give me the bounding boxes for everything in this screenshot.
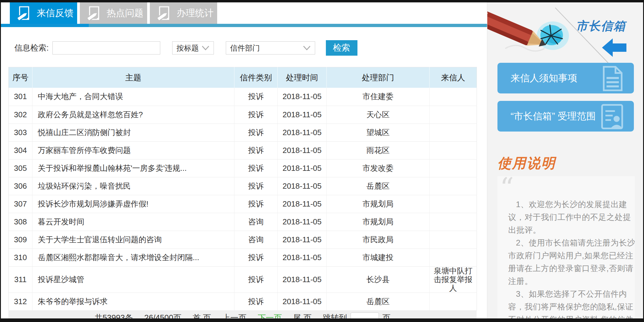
document-pencil-icon (18, 6, 31, 20)
cell-serial: 311 (9, 266, 32, 293)
cell-date: 2018-11-05 (278, 266, 327, 293)
cell-subject[interactable]: 悦禧山庄二区消防侧门被封 (32, 124, 234, 141)
cell-type: 投诉 (234, 266, 278, 293)
cell-type: 投诉 (234, 159, 278, 177)
cell-sender (430, 159, 477, 177)
jump-page-input[interactable] (351, 312, 379, 318)
cell-dept: 天心区 (327, 106, 430, 124)
cell-dept: 岳麓区 (327, 177, 430, 195)
cell-dept: 雨花区 (327, 141, 430, 159)
cell-type: 投诉 (234, 88, 278, 106)
cell-date: 2018-11-05 (278, 293, 327, 310)
table-row: 310 岳麓区湘熙水郡郡噪音大，请求增设全封闭隔... 投诉 2018-11-0… (9, 248, 477, 266)
tab-bar: 来信反馈 热点问题 (1, 2, 487, 24)
main-panel: 来信反馈 热点问题 (1, 2, 487, 318)
table-row: 302 政府公务员就是这样忽悠百姓? 投诉 2018-11-05 天心区 (9, 106, 477, 124)
header-sender: 来信人 (430, 67, 477, 88)
tab-label: 来信反馈 (37, 7, 74, 19)
header-type: 信件类别 (234, 67, 278, 88)
table-row: 307 投诉长沙市规划局涉嫌弄虚作假! 投诉 2018-11-05 市规划局 (9, 195, 477, 213)
cell-subject[interactable]: 关于大学生士官退伍转业问题的咨询 (32, 231, 234, 248)
document-lines-icon (598, 65, 626, 93)
header-dept: 处理部门 (327, 67, 430, 88)
next-page-link[interactable]: 下一页 (258, 312, 282, 318)
table-row: 305 关于投诉和举报麓山翰林苑'一房多卖'违规... 投诉 2018-11-0… (9, 159, 477, 177)
search-label: 信息检索: (14, 43, 49, 53)
cell-subject[interactable]: 中海大地产，合同大错误 (32, 88, 234, 106)
cell-dept: 岳麓区 (327, 293, 430, 310)
cell-subject[interactable]: 垃圾站环保污染，噪音扰民 (32, 177, 234, 195)
acceptance-scope-button[interactable]: “市长信箱” 受理范围 (497, 101, 634, 132)
jump-suffix: 页 (382, 312, 391, 318)
cell-type: 投诉 (234, 293, 278, 310)
cell-sender (430, 293, 477, 310)
cell-subject[interactable]: 投诉长沙市规划局涉嫌弄虚作假! (32, 195, 234, 213)
sidebar: 501 市长信箱 来信人须知事项 (487, 2, 643, 318)
cell-serial: 307 (9, 195, 32, 213)
table-row: 311 投诉星沙城管 投诉 2018-11-05 长沙县 泉塘中队打击报复举报人 (9, 266, 477, 293)
tab-label: 热点问题 (107, 7, 144, 19)
search-button[interactable]: 检索 (326, 40, 357, 56)
cell-dept: 市规划局 (327, 213, 430, 231)
cell-subject[interactable]: 暮云开发时间 (32, 213, 234, 231)
cell-sender (430, 141, 477, 159)
usage-notes-panel: “ 1、欢迎您为长沙的发展提出建议，对于我们工作中的不足之处提出批评。2、使用市… (497, 176, 635, 318)
table-row: 303 悦禧山庄二区消防侧门被封 投诉 2018-11-05 望城区 (9, 124, 477, 141)
cell-type: 咨询 (234, 231, 278, 248)
cell-sender (430, 88, 477, 106)
cell-serial: 304 (9, 141, 32, 159)
search-type-select[interactable]: 按标题 (172, 41, 214, 54)
tab-hot-issues[interactable]: 热点问题 (80, 2, 147, 24)
cell-sender (430, 231, 477, 248)
cell-serial: 309 (9, 231, 32, 248)
usage-note: 3、如果您选择了不公开信件内容，我们将严格保护您的隐私,保证不对外公开您的用户资… (508, 288, 635, 318)
table-row: 306 垃圾站环保污染，噪音扰民 投诉 2018-11-05 岳麓区 (9, 177, 477, 195)
tab-processing-stats[interactable]: 办理统计 (150, 2, 217, 24)
back-arrow-icon[interactable] (602, 37, 626, 58)
search-bar: 信息检索: 按标题 信件部门 检索 (14, 40, 487, 56)
prev-page-link[interactable]: 上一页 (222, 312, 246, 318)
cell-date: 2018-11-05 (278, 213, 327, 231)
department-select[interactable]: 信件部门 (226, 41, 315, 54)
cell-subject[interactable]: 岳麓区湘熙水郡郡噪音大，请求增设全封闭隔... (32, 248, 234, 266)
acceptance-scope-label: “市长信箱” 受理范围 (511, 110, 596, 123)
tab-letter-feedback[interactable]: 来信反馈 (10, 2, 77, 24)
cell-type: 咨询 (234, 213, 278, 231)
cell-dept: 市规划局 (327, 195, 430, 213)
usage-note: 2、使用市长信箱请先注册为长沙市政府门户网站用户,如果您已经注册请在上方的登录窗… (508, 237, 635, 288)
cell-subject[interactable]: 政府公务员就是这样忽悠百姓? (32, 106, 234, 124)
cell-date: 2018-11-05 (278, 88, 327, 106)
cell-type: 投诉 (234, 141, 278, 159)
cell-date: 2018-11-05 (278, 248, 327, 266)
cell-date: 2018-11-05 (278, 177, 327, 195)
cell-subject[interactable]: 朱爷爷的举报与诉求 (32, 293, 234, 310)
first-page-link[interactable]: 首 页 (193, 312, 211, 318)
cell-serial: 308 (9, 213, 32, 231)
document-pencil-icon (158, 6, 171, 20)
cell-subject[interactable]: 关于投诉和举报麓山翰林苑'一房多卖'违规... (32, 159, 234, 177)
department-value: 信件部门 (230, 43, 260, 53)
cell-serial: 305 (9, 159, 32, 177)
cell-date: 2018-11-05 (278, 159, 327, 177)
table-row: 308 暮云开发时间 咨询 2018-11-05 市规划局 (9, 213, 477, 231)
last-page-link[interactable]: 尾 页 (293, 312, 312, 318)
cell-serial: 312 (9, 293, 32, 310)
cell-sender (430, 177, 477, 195)
search-input[interactable] (52, 41, 160, 54)
cell-serial: 303 (9, 124, 32, 141)
cell-subject[interactable]: 投诉星沙城管 (32, 266, 234, 293)
sender-notice-button[interactable]: 来信人须知事项 (497, 63, 634, 93)
cell-type: 投诉 (234, 248, 278, 266)
letters-table: 序号 主题 信件类别 处理时间 处理部门 来信人 301 中海大地产，合同大错误… (8, 67, 477, 311)
chevron-down-icon (202, 46, 209, 50)
usage-instructions-title: 使用说明 (497, 154, 556, 173)
cell-sender (430, 195, 477, 213)
header-serial: 序号 (9, 67, 32, 88)
cell-serial: 306 (9, 177, 32, 195)
cell-subject[interactable]: 万家丽车管所停车收费问题 (32, 141, 234, 159)
cell-sender (430, 124, 477, 141)
cell-dept: 市民政局 (327, 231, 430, 248)
jump-group: 跳转到 页 (323, 312, 391, 318)
cell-sender (430, 248, 477, 266)
table-row: 309 关于大学生士官退伍转业问题的咨询 咨询 2018-11-05 市民政局 (9, 231, 477, 248)
